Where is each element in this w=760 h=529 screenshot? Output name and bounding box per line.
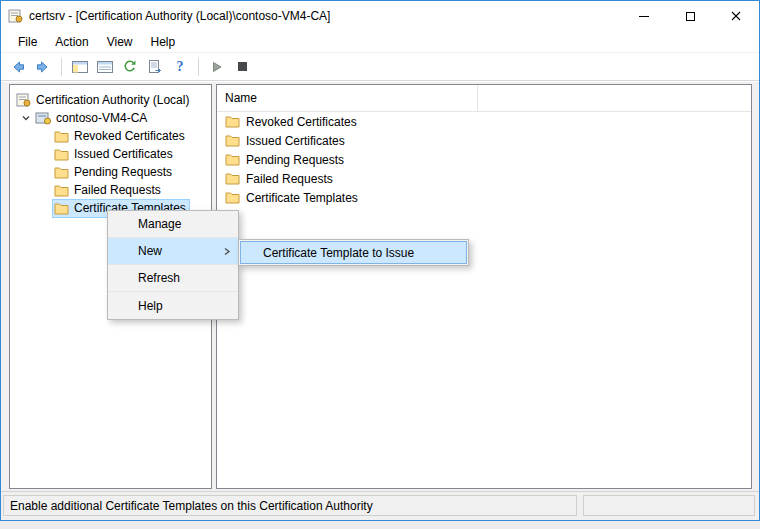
folder-icon xyxy=(54,166,69,179)
list-item-issued-certificates[interactable]: Issued Certificates xyxy=(217,131,751,150)
menu-item-label: Help xyxy=(138,299,163,313)
chevron-down-icon[interactable] xyxy=(20,113,32,123)
status-text-cell: Enable additional Certificate Templates … xyxy=(3,495,577,516)
folder-icon xyxy=(54,202,69,215)
list-header: Name xyxy=(217,85,751,112)
menu-item-label: New xyxy=(138,244,162,258)
tree-node-label: Issued Certificates xyxy=(74,147,173,161)
list-item-label: Certificate Templates xyxy=(246,191,358,205)
statusbar: Enable additional Certificate Templates … xyxy=(1,491,759,520)
certsrv-app-icon xyxy=(8,9,23,23)
tree-node-pending-requests[interactable]: Pending Requests xyxy=(10,163,211,181)
forward-icon[interactable] xyxy=(34,58,52,76)
submenu-item-label: Certificate Template to Issue xyxy=(263,246,414,260)
tree-node-certification-authority[interactable]: Certification Authority (Local) xyxy=(10,91,211,109)
maximize-icon xyxy=(686,12,695,21)
folder-icon xyxy=(54,148,69,161)
minimize-icon xyxy=(639,16,649,17)
stop-service-icon[interactable] xyxy=(233,58,251,76)
tree-node-label: Pending Requests xyxy=(74,165,172,179)
tree-node-ca[interactable]: contoso-VM4-CA xyxy=(10,109,211,127)
folder-icon xyxy=(225,153,240,166)
close-icon xyxy=(731,11,741,21)
tree-node-revoked-certificates[interactable]: Revoked Certificates xyxy=(10,127,211,145)
submenu-item-certificate-template-to-issue[interactable]: Certificate Template to Issue xyxy=(241,242,466,263)
folder-icon xyxy=(225,134,240,147)
show-console-tree-icon[interactable] xyxy=(71,58,89,76)
folder-icon xyxy=(54,130,69,143)
context-menu-item-new[interactable]: New xyxy=(108,238,238,265)
context-menu-item-refresh[interactable]: Refresh xyxy=(108,265,238,292)
context-menu: Manage New Refresh Help xyxy=(107,210,239,320)
help-icon[interactable]: ? xyxy=(171,58,189,76)
new-submenu: Certificate Template to Issue xyxy=(238,239,469,266)
start-service-icon[interactable] xyxy=(208,58,226,76)
menu-item-label: Refresh xyxy=(138,271,180,285)
back-icon[interactable] xyxy=(9,58,27,76)
certification-authority-icon xyxy=(16,93,31,107)
context-menu-item-manage[interactable]: Manage xyxy=(108,211,238,238)
status-empty-cell xyxy=(583,495,755,516)
menu-item-label: Manage xyxy=(138,217,181,231)
list-item-label: Pending Requests xyxy=(246,153,344,167)
minimize-button[interactable] xyxy=(621,1,667,31)
tree-node-issued-certificates[interactable]: Issued Certificates xyxy=(10,145,211,163)
list-item-certificate-templates[interactable]: Certificate Templates xyxy=(217,188,751,207)
submenu-arrow-icon xyxy=(224,247,230,256)
menu-view[interactable]: View xyxy=(98,32,142,52)
ca-server-icon xyxy=(35,111,51,125)
help-glyph: ? xyxy=(177,59,184,75)
export-list-icon[interactable] xyxy=(146,58,164,76)
menu-file[interactable]: File xyxy=(9,32,46,52)
window-controls xyxy=(621,1,759,31)
window-title: certsrv - [Certification Authority (Loca… xyxy=(29,9,330,23)
list-item-label: Failed Requests xyxy=(246,172,333,186)
result-list-pane: Name Revoked Certificates Issued Certifi… xyxy=(216,84,752,489)
close-button[interactable] xyxy=(713,1,759,31)
refresh-icon[interactable] xyxy=(121,58,139,76)
menu-action[interactable]: Action xyxy=(46,32,97,52)
list-item-label: Revoked Certificates xyxy=(246,115,357,129)
folder-icon xyxy=(225,172,240,185)
status-text: Enable additional Certificate Templates … xyxy=(10,499,373,513)
toolbar-separator xyxy=(61,58,62,76)
menu-help[interactable]: Help xyxy=(142,32,185,52)
list-item-failed-requests[interactable]: Failed Requests xyxy=(217,169,751,188)
list-item-revoked-certificates[interactable]: Revoked Certificates xyxy=(217,112,751,131)
context-menu-item-help[interactable]: Help xyxy=(108,292,238,319)
folder-icon xyxy=(54,184,69,197)
maximize-button[interactable] xyxy=(667,1,713,31)
list-item-pending-requests[interactable]: Pending Requests xyxy=(217,150,751,169)
toolbar: ? xyxy=(1,53,759,81)
folder-icon xyxy=(225,191,240,204)
column-header-name[interactable]: Name xyxy=(217,85,478,111)
tree-node-label: contoso-VM4-CA xyxy=(56,111,147,125)
titlebar: certsrv - [Certification Authority (Loca… xyxy=(1,1,759,31)
tree-node-label: Failed Requests xyxy=(74,183,161,197)
view-icon[interactable] xyxy=(96,58,114,76)
folder-icon xyxy=(225,115,240,128)
tree-node-failed-requests[interactable]: Failed Requests xyxy=(10,181,211,199)
list-item-label: Issued Certificates xyxy=(246,134,345,148)
tree-node-label: Certification Authority (Local) xyxy=(36,93,189,107)
menubar: File Action View Help xyxy=(1,31,759,53)
toolbar-separator xyxy=(198,58,199,76)
tree-node-label: Revoked Certificates xyxy=(74,129,185,143)
